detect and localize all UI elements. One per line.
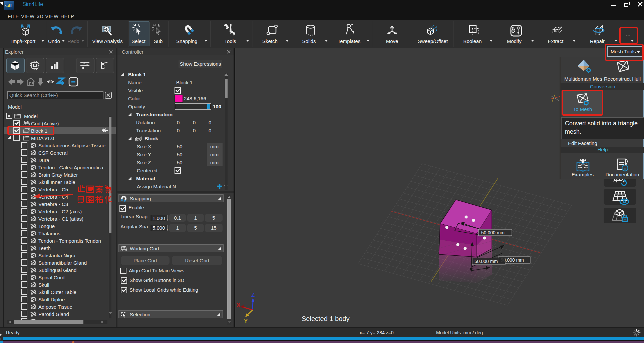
svg-text:Z: Z <box>251 292 255 298</box>
svg-text:50.000 mm: 50.000 mm <box>474 259 498 264</box>
svg-text:Selected 1 body: Selected 1 body <box>302 315 349 322</box>
svg-text:X: X <box>237 302 241 308</box>
svg-text:Y: Y <box>244 318 248 324</box>
svg-text:50.000 mm: 50.000 mm <box>481 230 505 235</box>
